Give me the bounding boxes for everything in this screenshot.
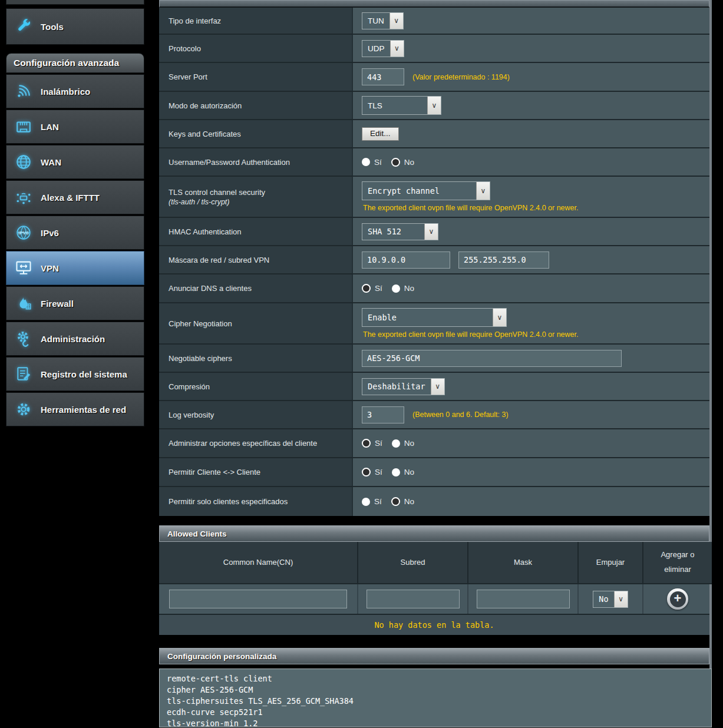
chevron-down-icon: ∨	[493, 309, 506, 326]
manage-client-options-radio-group: Sí No	[362, 439, 709, 448]
admin-gear-icon	[6, 330, 41, 347]
wrench-icon	[6, 18, 41, 35]
wan-icon	[6, 154, 41, 170]
radio-no[interactable]	[391, 497, 400, 506]
row-keys-certificates: Keys and Certificates Edit...	[159, 120, 709, 148]
radio-yes[interactable]	[362, 468, 371, 476]
custom-config-textarea[interactable]: remote-cert-tls client cipher AES-256-GC…	[159, 669, 712, 727]
log-verbosity-input[interactable]	[362, 406, 404, 423]
field-sublabel: (tls-auth / tls-crypt)	[169, 198, 352, 206]
field-label: Protocolo	[169, 44, 352, 53]
radio-yes[interactable]	[362, 158, 370, 166]
allowed-clients-table-header: Common Name(CN) Subred Mask Empujar Agre…	[159, 542, 709, 584]
subnet-input[interactable]	[367, 590, 460, 608]
radio-yes[interactable]	[362, 284, 371, 293]
section-header-partial	[159, 0, 709, 8]
row-tls-control-channel: TLS control channel security (tls-auth /…	[159, 177, 709, 218]
allowed-clients-input-row: No ∨ +	[159, 584, 709, 614]
field-label: Anunciar DNS a clientes	[169, 284, 352, 293]
chevron-down-icon: ∨	[476, 182, 490, 200]
common-name-input[interactable]	[169, 590, 347, 608]
openvpn-version-note: The exported client ovpn file will requi…	[363, 204, 709, 212]
wireless-icon	[6, 83, 41, 100]
hmac-auth-select[interactable]: SHA 512 ∨	[362, 223, 438, 240]
table-empty-message: No hay datos en la tabla.	[159, 614, 709, 635]
row-cipher-negotiation: Cipher Negotiation Enable ∨ The exported…	[159, 303, 709, 345]
chevron-down-icon: ∨	[614, 591, 628, 607]
allowed-clients-header: Allowed Clients	[159, 525, 709, 542]
interface-type-select[interactable]: TUN ∨	[362, 12, 404, 29]
radio-no[interactable]	[391, 158, 400, 167]
add-client-button[interactable]: +	[667, 588, 688, 610]
row-log-verbosity: Log verbosity (Between 0 and 6. Default:…	[159, 401, 709, 429]
sidebar-item-network-tools[interactable]: Herramientas de red	[6, 392, 144, 426]
openvpn-version-note: The exported client ovpn file will requi…	[363, 330, 709, 339]
cipher-negotiation-select[interactable]: Enable ∨	[362, 308, 507, 327]
sidebar-item-lan[interactable]: LAN	[6, 110, 144, 144]
row-client-to-client: Permitir Cliente <-> Cliente Sí No	[159, 458, 709, 487]
vpn-subnet-input[interactable]	[362, 252, 450, 269]
alexa-ifttt-icon	[6, 189, 41, 206]
row-hmac-auth: HMAC Authentication SHA 512 ∨	[159, 218, 709, 246]
negotiable-ciphers-input[interactable]	[362, 350, 622, 367]
row-manage-client-options: Administrar opciones específicas del cli…	[159, 429, 709, 458]
only-specified-clients-radio-group: Sí No	[362, 497, 709, 506]
field-label: Tipo de interfaz	[169, 16, 352, 25]
protocol-select[interactable]: UDP ∨	[362, 40, 404, 57]
sidebar-item-tools[interactable]: Tools	[6, 8, 144, 45]
compression-select[interactable]: Deshabilitar ∨	[362, 378, 445, 395]
sidebar-item-ipv6[interactable]: IPV6 IPv6	[6, 216, 144, 250]
ipv6-icon: IPV6	[6, 224, 41, 241]
chevron-down-icon: ∨	[390, 41, 404, 57]
row-vpn-subnet: Máscara de red / subred VPN	[159, 246, 709, 274]
auth-mode-select[interactable]: TLS ∨	[362, 96, 441, 115]
radio-yes[interactable]	[362, 439, 371, 448]
radio-no[interactable]	[392, 439, 400, 448]
push-select[interactable]: No ∨	[593, 591, 628, 608]
row-auth-mode: Modo de autorización TLS ∨	[159, 92, 709, 120]
sidebar-item-vpn[interactable]: VPN	[6, 251, 144, 285]
sidebar-item-system-log[interactable]: Registro del sistema	[6, 357, 144, 391]
column-header-subnet: Subred	[358, 542, 468, 584]
sidebar-item-firewall[interactable]: Firewall	[6, 286, 144, 320]
radio-yes[interactable]	[362, 498, 370, 506]
radio-no[interactable]	[392, 284, 400, 293]
field-label: Modo de autorización	[169, 101, 352, 110]
row-interface-type: Tipo de interfaz TUN ∨	[159, 8, 709, 35]
openvpn-settings-page: Tools Configuración avanzada Inalámbrico…	[0, 0, 723, 728]
radio-no[interactable]	[392, 468, 400, 476]
field-label: Server Port	[169, 72, 352, 81]
chevron-down-icon: ∨	[424, 224, 438, 240]
system-log-icon	[6, 366, 41, 382]
field-label: Username/Password Authentication	[169, 158, 352, 167]
row-compression: Compresión Deshabilitar ∨	[159, 373, 709, 401]
edit-keys-button[interactable]: Edit...	[362, 127, 399, 141]
sidebar-section-advanced-settings: Configuración avanzada	[6, 53, 144, 73]
sidebar-item-wan[interactable]: WAN	[6, 145, 144, 179]
sidebar-item-alexa-ifttt[interactable]: Alexa & IFTTT	[6, 180, 144, 214]
sidebar-item-administration[interactable]: Administración	[6, 322, 144, 356]
svg-text:IPV6: IPV6	[18, 230, 29, 236]
vpn-icon	[6, 259, 41, 277]
custom-config-header: Configuración personalizada	[159, 648, 709, 664]
field-label: TLS control channel security	[169, 188, 352, 197]
tls-control-select[interactable]: Encrypt channel ∨	[362, 181, 490, 200]
vpn-netmask-input[interactable]	[458, 252, 549, 269]
sidebar-item-wireless[interactable]: Inalámbrico	[6, 74, 144, 108]
default-value-note: (Valor predeterminado : 1194)	[412, 73, 510, 81]
field-label: Negotiable ciphers	[169, 354, 352, 363]
field-label: Máscara de red / subred VPN	[169, 256, 352, 264]
field-label: HMAC Authentication	[169, 227, 352, 236]
main-content: Tipo de interfaz TUN ∨ Protocolo UDP ∨ S…	[159, 0, 712, 727]
advertise-dns-radio-group: Sí No	[362, 284, 709, 293]
server-port-input[interactable]	[362, 68, 404, 85]
sidebar-item-partial	[6, 0, 144, 5]
network-tools-icon	[6, 401, 41, 418]
field-label: Keys and Certificates	[169, 130, 352, 138]
row-server-port: Server Port (Valor predeterminado : 1194…	[159, 63, 709, 92]
chevron-down-icon: ∨	[431, 379, 444, 395]
chevron-down-icon: ∨	[389, 13, 403, 29]
client-to-client-radio-group: Sí No	[362, 468, 709, 476]
mask-input[interactable]	[477, 590, 570, 608]
row-protocol: Protocolo UDP ∨	[159, 35, 709, 63]
